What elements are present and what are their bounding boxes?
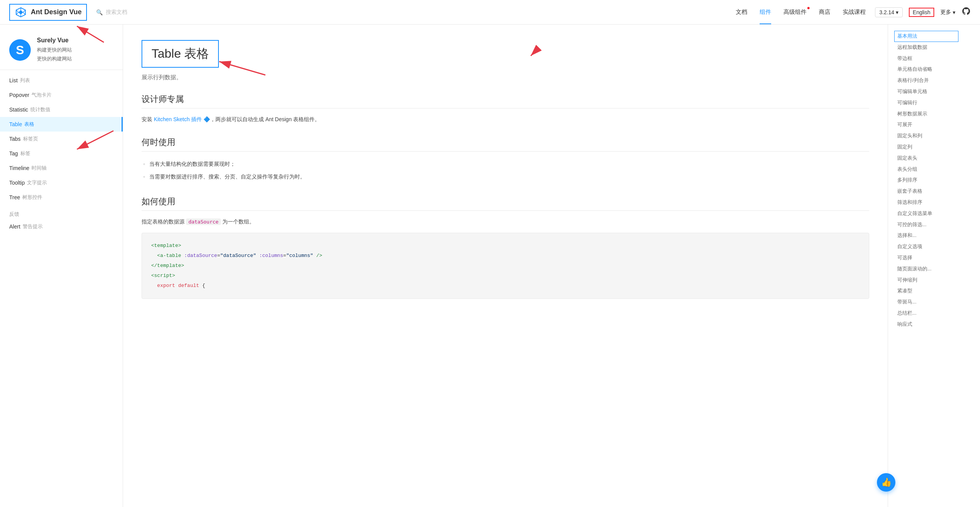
page-title-box: Table 表格: [142, 40, 219, 68]
logo-text: Ant Design Vue: [31, 8, 82, 16]
toc-item-responsive[interactable]: 响应式: [894, 319, 958, 330]
page-layout: S Surely Vue 构建更快的网站 更快的构建网站 List 列表 Pop…: [0, 25, 980, 507]
toc-item-filter-sort[interactable]: 筛选和排序: [894, 197, 958, 208]
github-icon[interactable]: [962, 7, 971, 18]
toc-item-fixed-header[interactable]: 固定表头: [894, 153, 958, 164]
list-item: 当有大量结构化的数据需要展现时；: [142, 158, 869, 170]
version-label: 3.2.14: [879, 9, 894, 15]
sidebar-item-table[interactable]: Table 表格: [0, 117, 123, 132]
toc-item-ellipsis[interactable]: 单元格自动省略: [894, 64, 958, 75]
sidebar-item-tabs[interactable]: Tabs 标签页: [0, 132, 123, 146]
toc-item-sticky[interactable]: 随页面滚动的...: [894, 264, 958, 275]
toc-item-summary[interactable]: 总结栏...: [894, 308, 958, 319]
section-title-designer: 设计师专属: [142, 93, 869, 108]
code-line: <script>: [151, 271, 860, 281]
main-nav: 文档 组件 高级组件 商店 实战课程: [736, 8, 866, 16]
language-button[interactable]: English: [909, 8, 934, 17]
list-item: 当需要对数据进行排序、搜索、分页、自定义操作等复杂行为时。: [142, 170, 869, 183]
sidebar-promo[interactable]: S Surely Vue 构建更快的网站 更快的构建网站: [0, 31, 123, 70]
page-subtitle: 展示行列数据。: [142, 74, 869, 81]
nav-components[interactable]: 组件: [760, 8, 771, 16]
toc-item-expandable[interactable]: 可展开: [894, 119, 958, 130]
toc-item-controlled-filter[interactable]: 可控的筛选...: [894, 219, 958, 230]
toc-item-group-header[interactable]: 表头分组: [894, 164, 958, 175]
toc-item-border[interactable]: 带边框: [894, 53, 958, 64]
nav-advanced-dot: [807, 7, 810, 9]
sidebar-item-tag[interactable]: Tag 标签: [0, 146, 123, 161]
sidebar-category-feedback: 反馈: [0, 205, 123, 219]
toc-item-tree-data[interactable]: 树形数据展示: [894, 108, 958, 120]
toc-item-selectable[interactable]: 可选择: [894, 252, 958, 264]
promo-info: Surely Vue 构建更快的网站 更快的构建网站: [37, 37, 72, 63]
sidebar-item-timeline[interactable]: Timeline 时间轴: [0, 161, 123, 175]
more-button[interactable]: 更多 ▾: [940, 9, 955, 16]
sidebar-item-tree[interactable]: Tree 树形控件: [0, 190, 123, 205]
version-selector[interactable]: 3.2.14 ▾: [875, 7, 903, 17]
sidebar-item-statistic[interactable]: Statistic 统计数值: [0, 102, 123, 117]
code-line: <a-table :dataSource="dataSource" :colum…: [151, 251, 860, 261]
toc-item-fixed-header-col[interactable]: 固定头和列: [894, 130, 958, 142]
promo-logo-icon: S: [9, 39, 31, 61]
main-content: Table 表格 展示行列数据。 设计师专属 安装 Kitchen Sketch…: [123, 25, 888, 507]
toc-item-fixed-col[interactable]: 固定列: [894, 142, 958, 153]
toc-item-editable-row[interactable]: 可编辑行: [894, 97, 958, 108]
code-line: export default {: [151, 281, 860, 291]
toc-item-editable-cell[interactable]: 可编辑单元格: [894, 86, 958, 97]
promo-title: Surely Vue: [37, 37, 72, 44]
toc-item-merge[interactable]: 表格行/列合并: [894, 75, 958, 86]
toc-item-multi-sort[interactable]: 多列排序: [894, 175, 958, 186]
inline-code-datasource: dataSource: [186, 218, 221, 225]
sidebar-item-popover[interactable]: Popover 气泡卡片: [0, 88, 123, 102]
nav-advanced[interactable]: 高级组件: [783, 8, 807, 16]
toc-sidebar: 基本用法 远程加载数据 带边框 单元格自动省略 表格行/列合并 可编辑单元格 可…: [888, 25, 965, 507]
kitchen-sketch-link[interactable]: Kitchen Sketch 插件: [154, 116, 202, 122]
code-line: <template>: [151, 241, 860, 251]
section-title-how: 如何使用: [142, 196, 869, 211]
search-icon: 🔍: [96, 9, 103, 15]
search-area[interactable]: 🔍 搜索文档: [96, 9, 127, 16]
toc-item-compact[interactable]: 紧凑型: [894, 285, 958, 297]
sidebar-item-list[interactable]: List 列表: [0, 73, 123, 88]
fab-button[interactable]: 👍: [877, 473, 895, 492]
sidebar: S Surely Vue 构建更快的网站 更快的构建网站 List 列表 Pop…: [0, 25, 123, 507]
toc-item-remote[interactable]: 远程加载数据: [894, 42, 958, 53]
section-text-how: 指定表格的数据源 dataSource 为一个数组。: [142, 217, 869, 227]
toc-item-striped[interactable]: 带斑马...: [894, 297, 958, 308]
toc-item-selection[interactable]: 选择和...: [894, 230, 958, 241]
toc-item-resizable[interactable]: 可伸缩列: [894, 275, 958, 286]
sidebar-item-tooltip[interactable]: Tooltip 文字提示: [0, 175, 123, 190]
page-title: Table 表格: [152, 45, 209, 62]
toc-item-custom-filter[interactable]: 自定义筛选菜单: [894, 208, 958, 219]
app-header: Ant Design Vue 🔍 搜索文档 文档 组件 高级组件 商店 实战课程…: [0, 0, 980, 25]
search-placeholder: 搜索文档: [106, 9, 127, 16]
code-line: </template>: [151, 261, 860, 271]
nav-docs[interactable]: 文档: [736, 8, 747, 16]
sidebar-item-alert[interactable]: Alert 警告提示: [0, 219, 123, 234]
when-to-use-list: 当有大量结构化的数据需要展现时； 当需要对数据进行排序、搜索、分页、自定义操作等…: [142, 158, 869, 183]
nav-course[interactable]: 实战课程: [843, 8, 866, 16]
more-chevron-icon: ▾: [953, 9, 955, 15]
logo-area[interactable]: Ant Design Vue: [9, 4, 87, 21]
promo-text: 构建更快的网站 更快的构建网站: [37, 45, 72, 63]
logo-icon: [15, 6, 27, 18]
section-title-when: 何时使用: [142, 137, 869, 152]
toc-item-custom-selection[interactable]: 自定义选项: [894, 241, 958, 252]
toc-item-nested[interactable]: 嵌套子表格: [894, 186, 958, 197]
version-chevron-icon: ▾: [896, 9, 898, 15]
nav-store[interactable]: 商店: [819, 8, 830, 16]
code-block: <template> <a-table :dataSource="dataSou…: [142, 233, 869, 299]
section-text-designer: 安装 Kitchen Sketch 插件 🔷，两步就可以自动生成 Ant Des…: [142, 115, 869, 124]
toc-item-basic[interactable]: 基本用法: [894, 31, 958, 42]
